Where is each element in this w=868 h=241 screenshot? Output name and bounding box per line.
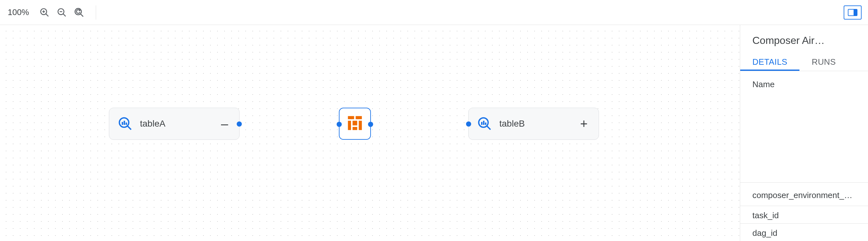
svg-rect-23: [353, 127, 358, 130]
svg-line-1: [46, 14, 49, 16]
svg-line-8: [81, 14, 83, 16]
bigquery-icon: [118, 116, 133, 131]
svg-rect-18: [348, 116, 354, 119]
field-composer-environment-name[interactable]: composer_environment_nam: [740, 182, 868, 206]
svg-rect-19: [355, 116, 362, 119]
zoom-percent-label: 100%: [8, 7, 29, 17]
node-output-port[interactable]: [237, 121, 242, 127]
svg-rect-21: [353, 121, 358, 126]
lineage-node-tableB[interactable]: tableB +: [468, 108, 599, 140]
toolbar-right: [844, 5, 868, 20]
svg-rect-20: [348, 121, 351, 130]
lineage-canvas[interactable]: tableA –: [0, 25, 740, 241]
svg-rect-28: [485, 122, 486, 125]
panel-toggle-button[interactable]: [844, 5, 862, 20]
svg-line-5: [63, 14, 66, 16]
panel-title: Composer Air…: [740, 25, 868, 54]
toolbar: 100%: [0, 0, 868, 25]
main: tableA –: [0, 25, 868, 241]
canvas-wrap: tableA –: [0, 25, 740, 241]
section-heading-name: Name: [740, 71, 868, 89]
svg-rect-15: [122, 122, 123, 125]
transform-icon: [346, 114, 364, 133]
toolbar-left: 100%: [0, 5, 102, 20]
zoom-reset-icon[interactable]: [72, 5, 86, 20]
transform-node[interactable]: [339, 108, 371, 140]
node-label: tableB: [499, 119, 570, 129]
svg-rect-27: [483, 121, 484, 125]
panel-tabs: DETAILS RUNS: [740, 54, 868, 71]
tab-details[interactable]: DETAILS: [740, 54, 800, 71]
details-side-panel: Composer Air… DETAILS RUNS Name composer…: [740, 25, 868, 241]
svg-line-25: [487, 126, 490, 129]
panel-gap: [740, 89, 868, 182]
svg-line-14: [127, 126, 131, 129]
svg-rect-22: [359, 121, 362, 130]
node-input-port[interactable]: [466, 121, 471, 127]
field-dag-id[interactable]: dag_id: [740, 223, 868, 241]
node-label: tableA: [140, 119, 211, 129]
transform-output-port[interactable]: [368, 122, 373, 127]
svg-rect-17: [126, 122, 127, 125]
collapse-icon[interactable]: –: [218, 119, 231, 129]
zoom-in-icon[interactable]: [37, 5, 52, 20]
zoom-out-icon[interactable]: [55, 5, 69, 20]
field-task-id[interactable]: task_id: [740, 206, 868, 223]
edges-layer: [0, 25, 96, 73]
tab-runs[interactable]: RUNS: [800, 54, 848, 71]
bigquery-icon: [477, 116, 492, 131]
svg-rect-10: [854, 9, 857, 16]
svg-rect-16: [124, 121, 125, 125]
toolbar-divider: [96, 5, 96, 20]
transform-input-port[interactable]: [337, 122, 342, 127]
lineage-node-tableA[interactable]: tableA –: [109, 108, 240, 140]
svg-rect-26: [481, 122, 483, 125]
expand-icon[interactable]: +: [578, 119, 590, 129]
